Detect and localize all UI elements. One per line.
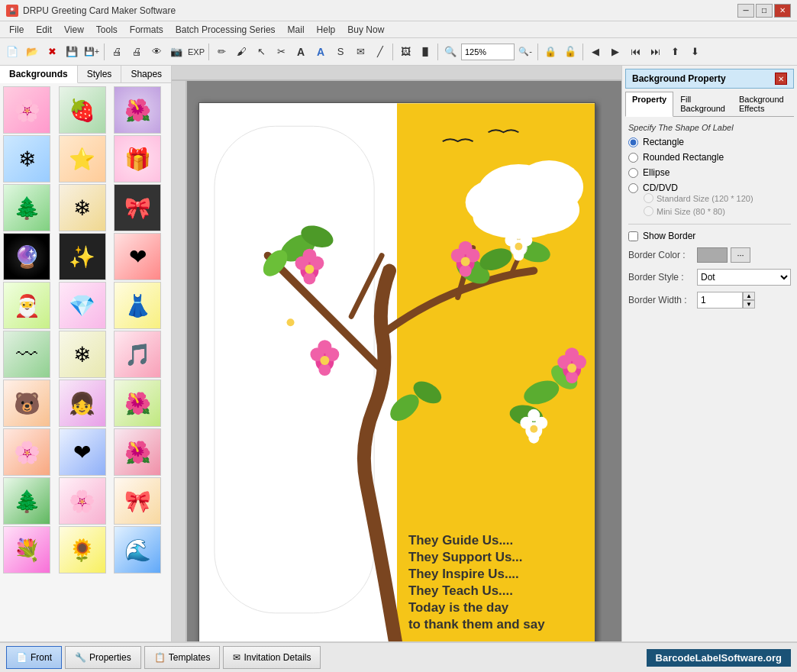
bg-thumb-5[interactable]: ⭐ bbox=[59, 135, 106, 183]
line-button[interactable]: ╱ bbox=[371, 43, 389, 61]
bg-thumb-25[interactable]: 🌲 bbox=[3, 477, 50, 525]
rounded-rectangle-radio[interactable] bbox=[628, 153, 638, 163]
zoom-out-button[interactable]: 🔍- bbox=[516, 43, 534, 61]
bg-thumb-21[interactable]: 🌺 bbox=[114, 380, 161, 427]
bg-thumb-2[interactable]: 🍓 bbox=[59, 86, 106, 134]
arrow-button[interactable]: ↖ bbox=[252, 43, 270, 61]
barcode-button[interactable]: ▐▌ bbox=[416, 43, 434, 61]
brand-text: BarcodeLabelSoftware.org bbox=[647, 649, 791, 667]
border-width-up[interactable]: ▲ bbox=[743, 292, 755, 300]
pencil-button[interactable]: ✏ bbox=[212, 43, 231, 61]
bg-thumb-11[interactable]: ✨ bbox=[59, 233, 106, 280]
zoom-in-button[interactable]: 🔍 bbox=[441, 43, 460, 61]
crop-button[interactable]: ✂ bbox=[272, 43, 290, 61]
close-button[interactable]: ✕ bbox=[774, 4, 791, 18]
menu-batch[interactable]: Batch Processing Series bbox=[169, 23, 282, 37]
bottom-templates-button[interactable]: 📋 Templates bbox=[144, 646, 221, 669]
prop-tab-property[interactable]: Property bbox=[625, 92, 673, 117]
bg-thumb-12[interactable]: ❤ bbox=[114, 233, 161, 280]
lock-button[interactable]: 🔒 bbox=[541, 43, 560, 61]
ellipse-radio[interactable] bbox=[628, 168, 638, 178]
bg-thumb-20[interactable]: 👧 bbox=[59, 380, 106, 427]
show-border-checkbox[interactable] bbox=[628, 231, 638, 241]
mini-size-radio[interactable] bbox=[644, 206, 653, 216]
tab-backgrounds[interactable]: Backgrounds bbox=[0, 66, 78, 83]
bg-thumb-10[interactable]: 🔮 bbox=[3, 233, 50, 280]
nav3-button[interactable]: ⬆ bbox=[666, 43, 684, 61]
maximize-button[interactable]: □ bbox=[756, 4, 773, 18]
minimize-button[interactable]: ─ bbox=[737, 4, 754, 18]
border-width-down[interactable]: ▼ bbox=[743, 300, 755, 309]
bg-thumb-24[interactable]: 🌺 bbox=[114, 428, 161, 476]
nav2-button[interactable]: ⏭ bbox=[646, 43, 664, 61]
rectangle-radio[interactable] bbox=[628, 137, 638, 147]
bg-thumb-16[interactable]: 〰 bbox=[3, 331, 50, 378]
image-button[interactable]: 🖼 bbox=[396, 43, 415, 61]
bg-thumb-17[interactable]: ❄ bbox=[59, 331, 106, 378]
shape-button[interactable]: S bbox=[331, 43, 350, 61]
bg-thumb-22[interactable]: 🌸 bbox=[3, 428, 50, 476]
menu-file[interactable]: File bbox=[3, 23, 30, 37]
nav4-button[interactable]: ⬇ bbox=[686, 43, 704, 61]
prop-tab-effects[interactable]: Background Effects bbox=[732, 92, 794, 116]
menu-help[interactable]: Help bbox=[311, 23, 342, 37]
bg-thumb-13[interactable]: 🎅 bbox=[3, 282, 50, 329]
forward-button[interactable]: ▶ bbox=[606, 43, 624, 61]
menu-buy[interactable]: Buy Now bbox=[341, 23, 390, 37]
print2-button[interactable]: 🖨 bbox=[127, 43, 146, 61]
export-button[interactable]: EXP bbox=[187, 43, 205, 61]
menu-view[interactable]: View bbox=[58, 23, 90, 37]
menu-formats[interactable]: Formats bbox=[124, 23, 169, 37]
bg-thumb-28[interactable]: 💐 bbox=[3, 526, 50, 573]
standard-size-radio[interactable] bbox=[644, 193, 653, 203]
bg-thumb-29[interactable]: 🌻 bbox=[59, 526, 106, 573]
bg-thumb-7[interactable]: 🌲 bbox=[3, 184, 50, 231]
camera-button[interactable]: 📷 bbox=[167, 43, 186, 61]
tab-shapes[interactable]: Shapes bbox=[121, 66, 172, 82]
unlock-button[interactable]: 🔓 bbox=[561, 43, 579, 61]
email-button[interactable]: ✉ bbox=[351, 43, 369, 61]
border-color-swatch[interactable] bbox=[697, 247, 728, 263]
bg-thumb-23[interactable]: ❤ bbox=[59, 428, 106, 476]
bottom-properties-button[interactable]: 🔧 Properties bbox=[65, 646, 141, 669]
bottom-invitation-button[interactable]: ✉ Invitation Details bbox=[223, 646, 321, 669]
canvas-scroll[interactable]: They Guide Us.... They Support Us... The… bbox=[192, 96, 602, 641]
bg-thumb-15[interactable]: 👗 bbox=[114, 282, 161, 329]
menu-edit[interactable]: Edit bbox=[30, 23, 58, 37]
wordart-button[interactable]: A bbox=[311, 43, 330, 61]
bg-thumb-4[interactable]: ❄ bbox=[3, 135, 50, 183]
menu-tools[interactable]: Tools bbox=[90, 23, 124, 37]
menu-mail[interactable]: Mail bbox=[282, 23, 311, 37]
nav1-button[interactable]: ⏮ bbox=[626, 43, 644, 61]
save-button[interactable]: 💾 bbox=[63, 43, 81, 61]
save-as-button[interactable]: 💾+ bbox=[82, 43, 101, 61]
border-style-select[interactable]: Solid Dot Dash DashDot DashDotDot bbox=[697, 269, 791, 286]
bg-thumb-18[interactable]: 🎵 bbox=[114, 331, 161, 378]
bg-thumb-26[interactable]: 🌸 bbox=[59, 477, 106, 525]
text-button[interactable]: A bbox=[292, 43, 310, 61]
open-button[interactable]: 📂 bbox=[23, 43, 41, 61]
border-color-picker-button[interactable]: ··· bbox=[731, 247, 750, 263]
bg-thumb-19[interactable]: 🐻 bbox=[3, 380, 50, 427]
cddvd-radio[interactable] bbox=[628, 183, 638, 193]
bg-thumb-1[interactable]: 🌸 bbox=[3, 86, 50, 134]
back-button[interactable]: ◀ bbox=[586, 43, 605, 61]
property-close-button[interactable]: ✕ bbox=[775, 73, 787, 85]
greeting-card[interactable]: They Guide Us.... They Support Us... The… bbox=[198, 102, 595, 641]
bg-thumb-3[interactable]: 🌺 bbox=[114, 86, 161, 134]
border-width-input[interactable]: 1 bbox=[697, 292, 743, 309]
bg-thumb-9[interactable]: 🎀 bbox=[114, 184, 161, 231]
print-button[interactable]: 🖨 bbox=[108, 43, 126, 61]
prop-tab-fill[interactable]: Fill Background bbox=[673, 92, 732, 116]
tab-styles[interactable]: Styles bbox=[78, 66, 122, 82]
paint-button[interactable]: 🖌 bbox=[232, 43, 250, 61]
bg-thumb-6[interactable]: 🎁 bbox=[114, 135, 161, 183]
bg-thumb-30[interactable]: 🌊 bbox=[114, 526, 161, 573]
preview-button[interactable]: 👁 bbox=[147, 43, 166, 61]
bg-thumb-27[interactable]: 🎀 bbox=[114, 477, 161, 525]
new-button[interactable]: 📄 bbox=[3, 43, 21, 61]
bg-thumb-14[interactable]: 💎 bbox=[59, 282, 106, 329]
bottom-front-button[interactable]: 📄 Front bbox=[6, 646, 62, 669]
close-doc-button[interactable]: ✖ bbox=[43, 43, 61, 61]
bg-thumb-8[interactable]: ❄ bbox=[59, 184, 106, 231]
